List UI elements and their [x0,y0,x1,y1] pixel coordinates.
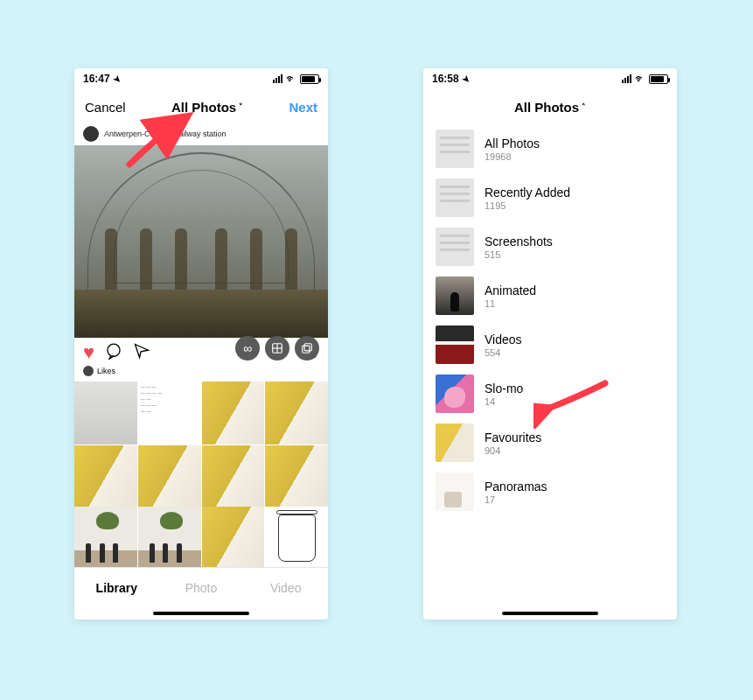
album-count: 14 [485,396,523,407]
compose-tools: ∞ [235,336,319,360]
album-count: 17 [485,494,547,505]
library-thumb[interactable] [74,507,137,567]
library-thumb[interactable] [74,382,137,444]
album-name: All Photos [485,136,540,150]
like-icon[interactable]: ♥ [83,341,94,364]
home-indicator [423,607,677,620]
album-thumb [436,424,474,462]
album-count: 11 [485,298,536,309]
tab-library[interactable]: Library [74,581,159,595]
next-button[interactable]: Next [289,100,317,115]
status-time: 16:58 [432,73,459,85]
likes-label: Likes [97,367,115,375]
nav-bar: Cancel All Photos ˅ Next [74,89,328,124]
signal-icon [273,74,282,83]
battery-icon [300,74,319,84]
library-thumb[interactable] [265,507,328,567]
album-count: 554 [485,347,522,358]
status-bar: 16:58 ➤ ᯤ [423,68,677,89]
library-grid: — — —— — — —— —— — —— — [74,382,328,567]
nav-bar: All Photos ˄ [423,89,677,124]
album-count: 904 [485,445,541,456]
chevron-up-icon: ˄ [582,102,586,111]
cancel-button[interactable]: Cancel [85,100,126,115]
album-row-favourites[interactable]: Favourites 904 [423,418,677,467]
svg-point-0 [108,344,120,356]
avatar [83,126,99,142]
library-thumb[interactable] [265,382,328,444]
nav-title-label: All Photos [171,100,236,115]
album-row-recently-added[interactable]: Recently Added 1195 [423,173,677,222]
library-thumb[interactable] [202,445,265,508]
phone-screenshot-right: 16:58 ➤ ᯤ All Photos ˄ All Photos 19968 … [423,68,677,620]
bottom-tabs: Library Photo Video [74,567,328,607]
album-picker-button[interactable]: All Photos ˄ [514,100,586,115]
album-thumb [436,374,474,413]
album-row-videos[interactable]: Videos 554 [423,320,677,369]
multi-select-button[interactable] [295,336,319,360]
album-thumb [436,178,474,217]
selected-photo-preview[interactable] [74,145,328,338]
album-row-panoramas[interactable]: Panoramas 17 [423,467,677,516]
library-thumb[interactable] [265,445,328,508]
album-row-screenshots[interactable]: Screenshots 515 [423,222,677,271]
battery-icon [649,74,668,84]
status-time: 16:47 [83,73,110,85]
library-thumb[interactable] [138,507,201,567]
album-thumb [436,472,474,511]
home-indicator [74,607,328,620]
liker-avatar [83,366,94,376]
album-list: All Photos 19968 Recently Added 1195 Scr… [423,124,677,607]
wifi-icon: ᯤ [635,73,645,85]
tab-photo[interactable]: Photo [159,581,244,595]
location-label: Antwerpen-Centraal railway station [104,130,227,138]
album-thumb [436,130,474,168]
album-name: Animated [485,284,536,298]
library-thumb[interactable]: — — —— — — —— —— — —— — [138,382,201,444]
library-thumb[interactable] [202,382,265,444]
phone-screenshot-left: 16:47 ➤ ᯤ Cancel All Photos ˅ Next Antwe… [74,68,328,620]
album-picker-button[interactable]: All Photos ˅ [171,100,243,115]
nav-title-label: All Photos [514,100,579,115]
album-name: Videos [485,332,522,346]
album-thumb [436,276,474,315]
send-icon[interactable] [133,342,150,364]
album-row-all-photos[interactable]: All Photos 19968 [423,124,677,173]
signal-icon [622,74,631,83]
album-name: Favourites [485,430,541,444]
album-name: Recently Added [485,186,570,200]
wifi-icon: ᯤ [286,73,296,85]
album-count: 515 [485,249,553,260]
location-icon: ➤ [111,73,122,84]
album-name: Slo-mo [485,382,523,396]
album-row-animated[interactable]: Animated 11 [423,271,677,320]
likes-row: Likes [74,366,328,382]
post-context-row: Antwerpen-Centraal railway station [74,124,328,145]
album-row-slomo[interactable]: Slo-mo 14 [423,369,677,418]
location-icon: ➤ [460,73,471,84]
comment-icon[interactable] [105,342,122,364]
svg-rect-4 [304,344,311,351]
album-thumb [436,326,474,364]
chevron-down-icon: ˅ [239,102,243,111]
album-count: 19968 [485,151,540,162]
album-thumb [436,228,474,266]
library-thumb[interactable] [138,445,201,508]
layout-button[interactable] [265,336,289,360]
album-name: Screenshots [485,234,553,248]
boomerang-button[interactable]: ∞ [235,336,260,360]
status-bar: 16:47 ➤ ᯤ [74,68,328,89]
tab-video[interactable]: Video [243,581,328,595]
library-thumb[interactable] [74,445,137,508]
library-thumb[interactable] [202,507,265,567]
album-name: Panoramas [485,480,547,494]
album-count: 1195 [485,200,570,211]
svg-rect-5 [303,346,310,353]
